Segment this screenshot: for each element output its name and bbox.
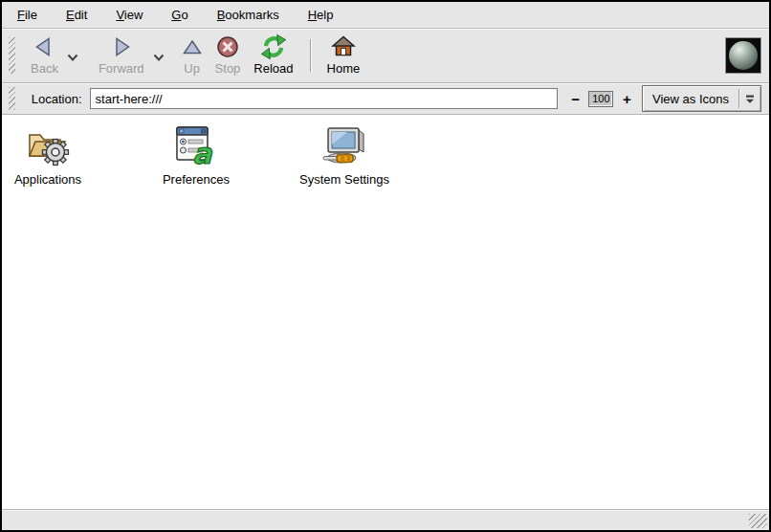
svg-text:a: a — [192, 137, 213, 167]
applications-folder-gear-icon — [24, 122, 72, 167]
home-label: Home — [327, 61, 361, 76]
stop-label: Stop — [215, 61, 241, 76]
home-button[interactable]: Home — [320, 32, 367, 79]
forward-label: Forward — [99, 61, 144, 76]
desktop-icon-applications[interactable]: Applications — [14, 122, 81, 187]
up-button[interactable]: Up — [176, 32, 209, 79]
menu-view[interactable]: View — [106, 4, 152, 26]
status-bar — [2, 510, 769, 530]
menu-edit-rest: dit — [75, 8, 88, 22]
back-arrow-icon — [33, 33, 55, 60]
system-settings-computer-icon — [320, 122, 368, 167]
chevron-down-icon — [67, 54, 78, 62]
forward-history-dropdown[interactable] — [151, 32, 166, 79]
menu-edit[interactable]: Edit — [56, 4, 97, 26]
toolbar-separator — [310, 39, 311, 72]
menu-edit-key: E — [66, 8, 75, 22]
forward-arrow-icon — [110, 33, 133, 60]
zoom-out-button[interactable]: − — [569, 91, 583, 107]
menu-help-key: H — [308, 8, 317, 22]
menu-file-key: F — [17, 8, 25, 22]
stop-icon — [216, 33, 239, 60]
zoom-level-indicator: 100 — [588, 91, 613, 107]
back-history-dropdown[interactable] — [65, 32, 80, 79]
menu-file-rest: ile — [25, 8, 37, 22]
file-manager-window: File Edit View Go Bookmarks Help Back Fo… — [0, 0, 771, 532]
resize-grip[interactable] — [749, 514, 767, 528]
menu-view-rest: iew — [124, 8, 143, 22]
system-settings-label: System Settings — [299, 172, 389, 187]
reload-label: Reload — [253, 61, 293, 76]
zoom-in-button[interactable]: + — [620, 91, 633, 107]
home-icon — [331, 33, 356, 60]
location-bar-grip-handle[interactable] — [9, 87, 15, 110]
menu-bookmarks-rest: ookmarks — [225, 8, 278, 22]
forward-button[interactable]: Forward — [92, 32, 151, 79]
preferences-dialog-icon: a — [174, 122, 218, 167]
up-label: Up — [184, 61, 200, 76]
menu-file[interactable]: File — [8, 4, 47, 26]
menu-view-key: V — [116, 8, 123, 22]
toolbar-grip-handle[interactable] — [9, 37, 15, 74]
view-as-dropdown[interactable]: View as Icons — [642, 85, 761, 112]
menubar: File Edit View Go Bookmarks Help — [2, 2, 769, 29]
back-button[interactable]: Back — [24, 32, 65, 79]
chevron-down-icon — [153, 54, 165, 62]
menu-help-rest: elp — [317, 8, 333, 22]
up-arrow-icon — [183, 33, 202, 60]
preferences-label: Preferences — [163, 172, 230, 187]
menu-go-rest: o — [181, 8, 187, 22]
throbber — [725, 37, 761, 74]
view-as-label: View as Icons — [643, 86, 738, 111]
menu-go[interactable]: Go — [162, 4, 197, 26]
menu-go-key: G — [171, 8, 181, 22]
option-menu-arrow-icon — [739, 86, 760, 111]
toolbar: Back Forward Up — [2, 29, 769, 83]
location-label: Location: — [32, 92, 82, 106]
menu-bookmarks[interactable]: Bookmarks — [208, 4, 289, 26]
desktop-icon-preferences[interactable]: a Preferences — [163, 122, 230, 187]
location-bar: Location: − 100 + View as Icons — [2, 83, 769, 115]
menu-help[interactable]: Help — [298, 4, 343, 26]
location-input[interactable] — [90, 88, 558, 109]
back-label: Back — [31, 61, 58, 76]
reload-button[interactable]: Reload — [247, 32, 299, 79]
applications-label: Applications — [14, 172, 81, 187]
stop-button[interactable]: Stop — [209, 32, 248, 79]
file-view-area: Applications a Preferences — [2, 115, 769, 510]
reload-icon — [260, 33, 287, 60]
throbber-sphere-icon — [729, 41, 758, 70]
desktop-icon-system-settings[interactable]: System Settings — [299, 122, 389, 187]
